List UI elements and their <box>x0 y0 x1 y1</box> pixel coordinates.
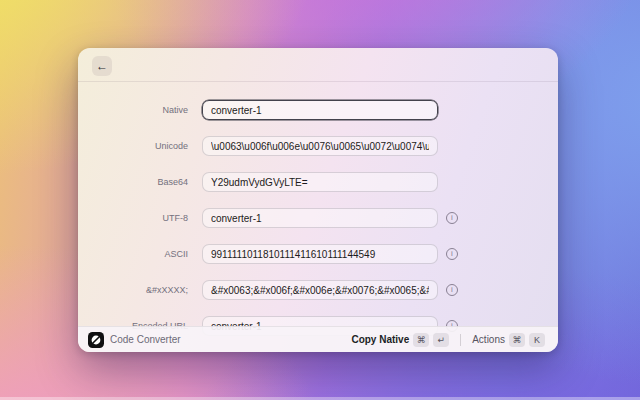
info-icon[interactable]: i <box>446 248 458 260</box>
actions-button[interactable]: Actions ⌘ K <box>469 331 548 349</box>
k-key-icon: K <box>529 333 545 347</box>
hex-entity-input[interactable] <box>202 280 438 300</box>
footer-shortcuts: Copy Native ⌘ ↵ Actions ⌘ K <box>348 331 548 349</box>
utf8-input[interactable] <box>202 208 438 228</box>
field-label: &#xXXXX; <box>78 280 188 300</box>
field-label: Base64 <box>78 172 188 192</box>
base64-input[interactable] <box>202 172 438 192</box>
unicode-input[interactable] <box>202 136 438 156</box>
ascii-input[interactable] <box>202 244 438 264</box>
field-label: Unicode <box>78 136 188 156</box>
native-input[interactable] <box>202 100 438 120</box>
field-row-ascii: ASCII i <box>78 244 558 264</box>
field-row-native: Native <box>78 100 558 120</box>
cmd-key-icon: ⌘ <box>413 333 429 347</box>
return-key-icon: ↵ <box>433 333 449 347</box>
back-arrow-icon: ← <box>96 60 108 72</box>
field-row-utf8: UTF-8 i <box>78 208 558 228</box>
cmd-key-icon: ⌘ <box>509 333 525 347</box>
desktop-background: ← Native Unicode Base64 UTF-8 i ASCII i … <box>0 0 640 400</box>
field-row-base64: Base64 <box>78 172 558 192</box>
window-header: ← <box>78 48 558 82</box>
code-converter-window: ← Native Unicode Base64 UTF-8 i ASCII i … <box>78 48 558 352</box>
footer-divider <box>460 334 461 346</box>
code-converter-app-icon <box>88 332 104 348</box>
field-row-hex-entity: &#xXXXX; i <box>78 280 558 300</box>
field-label: UTF-8 <box>78 208 188 228</box>
field-row-unicode: Unicode <box>78 136 558 156</box>
actions-label: Actions <box>472 334 505 345</box>
copy-native-button[interactable]: Copy Native ⌘ ↵ <box>348 331 452 349</box>
field-label: Native <box>78 100 188 120</box>
back-button[interactable]: ← <box>92 56 112 76</box>
info-icon[interactable]: i <box>446 212 458 224</box>
extension-name: Code Converter <box>110 334 181 345</box>
info-icon[interactable]: i <box>446 284 458 296</box>
field-label: ASCII <box>78 244 188 264</box>
action-bar: Code Converter Copy Native ⌘ ↵ Actions ⌘… <box>78 326 558 352</box>
copy-native-label: Copy Native <box>351 334 409 345</box>
